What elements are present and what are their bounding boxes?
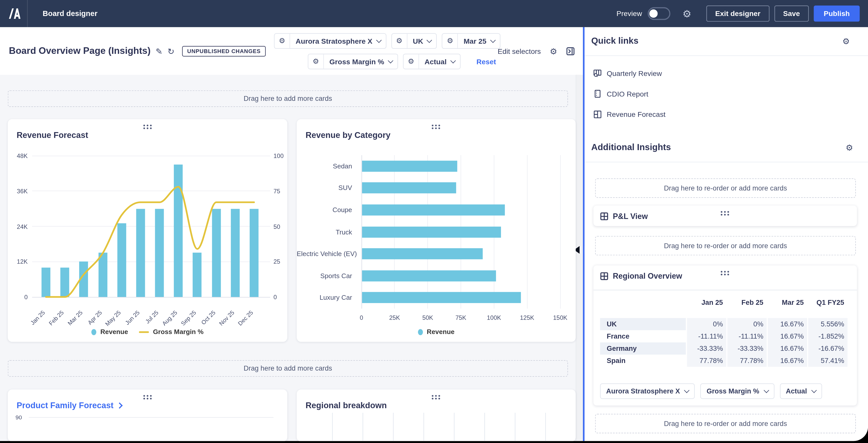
table-cell[interactable]: 16.67% [767, 318, 807, 330]
selector-metric-value: Gross Margin % [330, 57, 384, 66]
gear-icon[interactable]: ⚙ [842, 37, 850, 46]
regional-overview-table[interactable]: UK0%0%16.67%5.556%France-11.11%-11.11%16… [600, 318, 850, 367]
settings-gear-icon[interactable]: ⚙ [682, 9, 691, 19]
category-label: SUV [297, 184, 352, 192]
quick-link-cdio-report[interactable]: CDIO Report [593, 90, 648, 98]
row-label: France [600, 330, 686, 343]
anaplan-logo[interactable] [0, 0, 28, 27]
selector-version[interactable]: ⚙ Actual [403, 54, 460, 69]
edit-selectors-group: Edit selectors ⚙ [498, 47, 575, 55]
table-cell[interactable]: 77.78% [726, 355, 767, 367]
table-cell[interactable]: -33.33% [726, 343, 767, 355]
gridline [393, 413, 394, 441]
collapse-panel-icon[interactable] [566, 47, 575, 55]
edit-selectors-label[interactable]: Edit selectors [498, 47, 541, 55]
table-cell[interactable]: -1.852% [807, 330, 847, 343]
table-cell[interactable]: 16.67% [767, 355, 807, 367]
table-row-Germany[interactable]: Germany-33.33%-33.33%16.67%-16.67% [600, 343, 850, 355]
selector-month[interactable]: ⚙ Mar 25 [442, 33, 500, 49]
table-cell[interactable]: 0% [686, 318, 726, 330]
gear-icon[interactable]: ⚙ [392, 34, 407, 48]
gear-icon[interactable]: ⚙ [443, 34, 458, 48]
chevron-right-icon [117, 402, 123, 409]
table-row-France[interactable]: France-11.11%-11.11%16.67%-1.852% [600, 330, 850, 343]
table-cell[interactable]: 0% [726, 318, 767, 330]
card-selector[interactable]: Gross Margin % [701, 383, 774, 399]
selector-product[interactable]: ⚙ Aurora Stratosphere X [274, 33, 386, 49]
dropzone-top[interactable]: Drag here to add more cards [8, 90, 568, 107]
card-regional-breakdown[interactable]: Regional breakdown [297, 389, 576, 441]
x-axis-tick: Apr 25 [67, 309, 103, 345]
card-regional-overview[interactable]: Regional Overview Jan 25Feb 25Mar 25Q1 F… [593, 265, 857, 406]
table-cell[interactable]: 57.41% [807, 355, 847, 367]
table-cell[interactable]: -16.67% [807, 343, 847, 355]
gear-icon[interactable]: ⚙ [275, 34, 290, 48]
edit-pencil-icon[interactable]: ✎ [156, 47, 162, 55]
unpublished-changes-badge: UNPUBLISHED CHANGES [182, 46, 266, 56]
table-cell[interactable]: -33.33% [686, 343, 726, 355]
gridline [545, 413, 546, 441]
title-row: Board Overview Page (Insights) ✎ ↻ UNPUB… [9, 46, 266, 57]
bar-Coupe[interactable] [362, 205, 505, 216]
table-cell[interactable]: 16.67% [767, 343, 807, 355]
axis-tick-label: 90 [16, 414, 22, 420]
table-row-UK[interactable]: UK0%0%16.67%5.556% [600, 318, 850, 330]
drag-handle-icon[interactable] [432, 395, 433, 397]
page-header: Board Overview Page (Insights) ✎ ↻ UNPUB… [0, 27, 583, 75]
drag-handle-icon[interactable] [143, 125, 145, 126]
gridline [363, 413, 363, 441]
selector-metric[interactable]: ⚙ Gross Margin % [308, 54, 398, 69]
table-cell[interactable]: 77.78% [686, 355, 726, 367]
sidebar-dropzone-1[interactable]: Drag here to re-order or add more cards [595, 178, 856, 198]
gear-icon[interactable]: ⚙ [550, 47, 557, 55]
card-product-family-forecast[interactable]: Product Family Forecast 90 [8, 389, 287, 441]
bar-Sedan[interactable] [362, 160, 457, 172]
revenue-forecast-chart: 0012K2524K5036K7548K100 [8, 156, 287, 297]
drag-handle-icon[interactable] [432, 125, 433, 126]
table-cell[interactable]: 16.67% [767, 330, 807, 343]
dropzone-middle[interactable]: Drag here to add more cards [8, 360, 568, 377]
card-selector[interactable]: Aurora Stratosphere X [600, 383, 695, 399]
gridline [527, 155, 527, 308]
gear-icon[interactable]: ⚙ [846, 144, 853, 152]
table-cell[interactable]: -11.11% [726, 330, 767, 343]
drag-handle-icon[interactable] [721, 271, 722, 273]
table-cell[interactable]: 5.556% [807, 318, 847, 330]
bar-Truck[interactable] [362, 226, 501, 237]
selector-region[interactable]: ⚙ UK [391, 33, 437, 49]
product-family-forecast-link[interactable]: Product Family Forecast [17, 401, 122, 410]
bar-Electric Vehicle (EV)[interactable] [362, 248, 483, 259]
bar-Sports Car[interactable] [362, 270, 496, 282]
gear-icon[interactable]: ⚙ [308, 54, 324, 69]
additional-insights-title: Additional Insights [591, 143, 671, 152]
quick-link-revenue-forecast[interactable]: Revenue Forecast [593, 110, 665, 119]
scrollbar-track[interactable] [576, 75, 583, 441]
table-row-Spain[interactable]: Spain77.78%77.78%16.67%57.41% [600, 355, 850, 367]
save-button[interactable]: Save [774, 6, 809, 22]
reset-link[interactable]: Reset [476, 57, 496, 66]
card-selector[interactable]: Actual [780, 383, 822, 399]
publish-button[interactable]: Publish [814, 6, 860, 22]
legend-dot-icon [418, 329, 423, 335]
drag-handle-icon[interactable] [721, 211, 722, 213]
table-cell[interactable]: -11.11% [686, 330, 726, 343]
preview-toggle[interactable] [648, 7, 670, 20]
gear-icon[interactable]: ⚙ [404, 54, 419, 69]
x-axis-tick: Sep 25 [161, 309, 197, 345]
card-revenue-by-category[interactable]: Revenue by Category SedanSUVCoupeTruckEl… [297, 119, 576, 342]
bar-Luxury Car[interactable] [362, 292, 521, 303]
chevron-down-icon [811, 387, 817, 393]
quick-link-label: CDIO Report [607, 90, 648, 98]
card-revenue-forecast[interactable]: Revenue Forecast 0012K2524K5036K7548K100… [8, 119, 287, 342]
sidebar-dropzone-2[interactable]: Drag here to re-order or add more cards [595, 236, 856, 255]
exit-designer-button[interactable]: Exit designer [706, 6, 769, 22]
quick-link-quarterly-review[interactable]: Quarterly Review [593, 69, 662, 78]
table-column-header: Q1 FY25 [807, 299, 847, 306]
card-pl-view[interactable]: P&L View [593, 206, 857, 226]
sync-icon[interactable]: ↻ [167, 47, 174, 55]
sidebar-dropzone-3[interactable]: Drag here to re-order or add more cards [595, 414, 856, 433]
selector-value: Actual [786, 387, 807, 395]
category-label: Coupe [297, 206, 352, 214]
drag-handle-icon[interactable] [143, 395, 145, 397]
bar-SUV[interactable] [362, 182, 456, 194]
